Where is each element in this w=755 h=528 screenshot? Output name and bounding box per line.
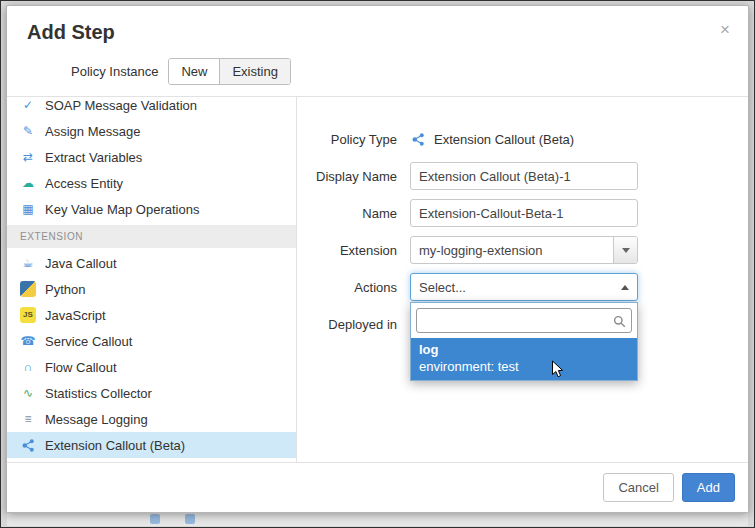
actions-label: Actions: [297, 280, 397, 295]
option-name: log: [419, 341, 629, 358]
extension-callout-icon: [410, 131, 426, 147]
display-name-row: Display Name: [297, 162, 748, 190]
policy-instance-row: Policy Instance New Existing: [7, 50, 748, 96]
dropdown-option-log[interactable]: log environment: test: [411, 338, 637, 380]
chevron-down-icon[interactable]: [613, 237, 637, 263]
extension-label: Extension: [297, 243, 397, 258]
display-name-label: Display Name: [297, 169, 397, 184]
service-callout-icon: ☎: [20, 333, 36, 349]
sidebar-item-access-entity[interactable]: ☁Access Entity: [7, 170, 296, 196]
sidebar-item-assign-message[interactable]: ✎Assign Message: [7, 118, 296, 144]
javascript-icon: JS: [20, 307, 36, 323]
sidebar-section-extension: EXTENSION: [7, 225, 296, 248]
sidebar-item-service-callout[interactable]: ☎Service Callout: [7, 328, 296, 354]
sidebar-item-label: Service Callout: [45, 334, 132, 349]
cancel-button[interactable]: Cancel: [603, 473, 673, 502]
extension-select-value: my-logging-extension: [411, 243, 613, 258]
name-row: Name: [297, 199, 748, 227]
sidebar-item-label: Extract Variables: [45, 150, 142, 165]
sidebar-item-label: Key Value Map Operations: [45, 202, 199, 217]
actions-select-value: Select...: [411, 280, 621, 295]
toggle-existing[interactable]: Existing: [220, 59, 290, 84]
sidebar-item-label: Python: [45, 282, 85, 297]
sidebar-item-label: JavaScript: [45, 308, 106, 323]
sidebar-item-python[interactable]: Python: [7, 276, 296, 302]
screen: Add Step × Policy Instance New Existing …: [0, 0, 755, 528]
sidebar-item-soap-message-validation[interactable]: ✓SOAP Message Validation: [7, 97, 296, 118]
access-entity-icon: ☁: [20, 175, 36, 191]
chevron-up-icon: [621, 285, 629, 290]
policy-type-list: ✓SOAP Message Validation✎Assign Message⇄…: [7, 97, 297, 462]
policy-instance-toggle: New Existing: [168, 58, 291, 85]
name-label: Name: [297, 206, 397, 221]
dropdown-search-input[interactable]: [416, 308, 632, 333]
option-detail: environment: test: [419, 358, 629, 375]
mouse-cursor: [551, 360, 564, 383]
background-icon: [150, 514, 160, 524]
actions-dropdown-panel: log environment: test: [410, 302, 638, 381]
sidebar-item-extract-variables[interactable]: ⇄Extract Variables: [7, 144, 296, 170]
extension-callout-icon: [20, 437, 36, 453]
add-button[interactable]: Add: [682, 473, 735, 502]
assign-message-icon: ✎: [20, 123, 36, 139]
sidebar-item-label: Extension Callout (Beta): [45, 438, 185, 453]
sidebar-item-java-callout[interactable]: ☕Java Callout: [7, 250, 296, 276]
sidebar-item-flow-callout[interactable]: ∩Flow Callout: [7, 354, 296, 380]
policy-instance-label: Policy Instance: [71, 64, 158, 79]
message-logging-icon: ≡: [20, 411, 36, 427]
sidebar-item-label: Java Callout: [45, 256, 117, 271]
add-step-dialog: Add Step × Policy Instance New Existing …: [6, 5, 749, 513]
policy-type-label: Policy Type: [297, 132, 397, 147]
sidebar-item-label: Access Entity: [45, 176, 123, 191]
policy-form: Policy Type Extension Callout (Beta) Dis…: [297, 97, 748, 462]
policy-type-row: Policy Type Extension Callout (Beta): [297, 125, 748, 153]
policy-type-value: Extension Callout (Beta): [434, 132, 574, 147]
display-name-input[interactable]: [410, 162, 638, 190]
background-page-strip: [7, 512, 748, 526]
dialog-content: ✓SOAP Message Validation✎Assign Message⇄…: [7, 96, 748, 462]
sidebar-item-statistics-collector[interactable]: ∿Statistics Collector: [7, 380, 296, 406]
sidebar-item-label: SOAP Message Validation: [45, 98, 197, 113]
sidebar-item-message-logging[interactable]: ≡Message Logging: [7, 406, 296, 432]
python-icon: [20, 281, 36, 297]
dialog-header: Add Step ×: [7, 6, 748, 50]
java-callout-icon: ☕: [20, 255, 36, 271]
statistics-collector-icon: ∿: [20, 385, 36, 401]
sidebar-item-label: Flow Callout: [45, 360, 117, 375]
sidebar-item-javascript[interactable]: JSJavaScript: [7, 302, 296, 328]
toggle-new[interactable]: New: [169, 59, 220, 84]
sidebar-item-label: Assign Message: [45, 124, 140, 139]
dialog-footer: Cancel Add: [7, 462, 748, 512]
sidebar-item-extension-callout-beta[interactable]: Extension Callout (Beta): [7, 432, 296, 458]
sidebar-item-key-value-map-operations[interactable]: ▦Key Value Map Operations: [7, 196, 296, 222]
soap-message-validation-icon: ✓: [20, 97, 36, 113]
extract-variables-icon: ⇄: [20, 149, 36, 165]
actions-row: Actions Select... log: [297, 273, 748, 301]
name-input[interactable]: [410, 199, 638, 227]
search-icon: [613, 314, 626, 332]
extension-select[interactable]: my-logging-extension: [410, 236, 638, 264]
deployed-in-label: Deployed in: [297, 317, 397, 332]
sidebar-item-label: Statistics Collector: [45, 386, 152, 401]
key-value-map-icon: ▦: [20, 201, 36, 217]
dialog-title: Add Step: [27, 21, 728, 44]
close-icon[interactable]: ×: [720, 21, 730, 38]
sidebar-item-label: Message Logging: [45, 412, 148, 427]
flow-callout-icon: ∩: [20, 359, 36, 375]
extension-row: Extension my-logging-extension: [297, 236, 748, 264]
actions-select[interactable]: Select...: [410, 273, 638, 301]
background-icon: [185, 514, 195, 524]
